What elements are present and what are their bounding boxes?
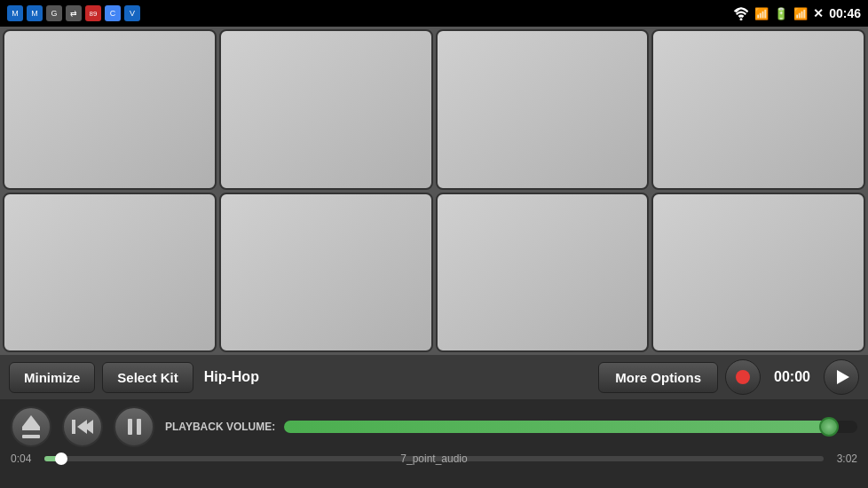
malwarebytes2-icon: M xyxy=(27,5,43,21)
record-dot-icon xyxy=(736,370,750,384)
status-right-icons: 📶 🔋 📶 ✕ 00:46 xyxy=(733,6,861,20)
status-bar: M M G ⇄ 89 C V 📶 🔋 📶 ✕ 00:46 xyxy=(0,0,868,27)
progress-thumb[interactable] xyxy=(55,453,67,465)
progress-container: 0:04 7_point_audio 3:02 xyxy=(11,453,857,465)
drum-pad-5[interactable] xyxy=(3,193,217,353)
eject-icon xyxy=(22,415,40,427)
eject-button[interactable] xyxy=(11,406,51,447)
more-options-button[interactable]: More Options xyxy=(598,362,718,393)
bottom-bar: PLAYBACK VOLUME: 0:04 7_point_audio 3:02 xyxy=(0,399,868,488)
pause-button[interactable] xyxy=(114,406,154,447)
drum-pad-6[interactable] xyxy=(219,193,433,353)
battery-icon: 🔋 xyxy=(774,7,788,20)
drum-pad-1[interactable] xyxy=(3,29,217,190)
drum-pad-8[interactable] xyxy=(651,193,865,353)
total-time: 3:02 xyxy=(831,453,857,465)
drum-pad-3[interactable] xyxy=(436,29,650,190)
gmail-icon: G xyxy=(46,5,62,21)
signal-icon: 📶 xyxy=(754,7,769,20)
signal-bars-icon: 📶 xyxy=(793,7,808,20)
wifi-icon xyxy=(733,6,749,20)
volume-thumb[interactable] xyxy=(819,417,839,437)
minimize-button[interactable]: Minimize xyxy=(9,362,95,393)
kit-name-label: Hip-Hop xyxy=(204,369,592,385)
volume-label: PLAYBACK VOLUME: xyxy=(165,421,275,433)
bluetooth-icon: ✕ xyxy=(813,6,824,20)
eject-bar xyxy=(22,435,40,438)
pause-icon xyxy=(128,419,141,435)
volume-fill xyxy=(284,421,828,433)
play-button[interactable] xyxy=(824,359,859,395)
chrome-icon: C xyxy=(105,5,121,21)
drum-pad-7[interactable] xyxy=(436,193,650,353)
vpn-icon: V xyxy=(124,5,140,21)
volume-slider[interactable] xyxy=(284,421,857,433)
current-time: 0:04 xyxy=(11,453,37,465)
drum-pad-2[interactable] xyxy=(219,29,433,190)
drum-pad-4[interactable] xyxy=(651,29,865,190)
clock: 00:46 xyxy=(829,6,861,20)
volume-section: PLAYBACK VOLUME: xyxy=(165,421,857,433)
transfer-icon: ⇄ xyxy=(66,5,82,21)
rewind-icon xyxy=(72,420,93,434)
malwarebytes-icon: M xyxy=(7,5,23,21)
track-name: 7_point_audio xyxy=(400,453,467,465)
controls-bar: Minimize Select Kit Hip-Hop More Options… xyxy=(0,355,868,399)
drum-pads-area xyxy=(0,27,868,355)
play-icon xyxy=(837,370,849,384)
svg-point-0 xyxy=(740,18,743,20)
time-display: 00:00 xyxy=(768,369,817,385)
record-button[interactable] xyxy=(725,359,761,395)
status-left-icons: M M G ⇄ 89 C V xyxy=(7,5,140,21)
notification-icon: 89 xyxy=(85,5,101,21)
rewind-button[interactable] xyxy=(62,406,103,447)
transport-row: PLAYBACK VOLUME: xyxy=(11,406,857,447)
select-kit-button[interactable]: Select Kit xyxy=(102,362,193,393)
